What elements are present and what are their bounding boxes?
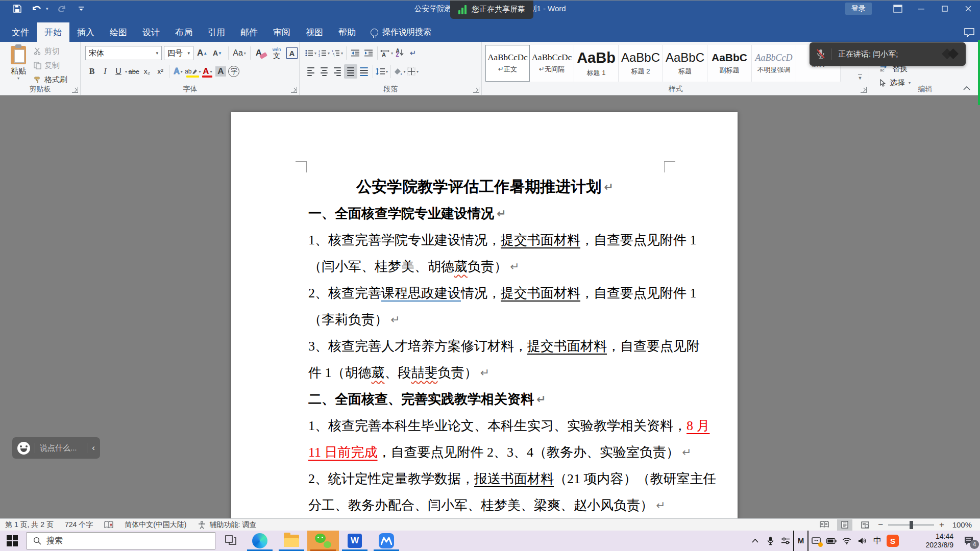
tray-input-indicator[interactable]: M [793, 531, 808, 551]
tab-home[interactable]: 开始 [37, 22, 69, 42]
text-effects-button[interactable]: A▾ [172, 64, 185, 79]
undo-icon[interactable] [31, 3, 43, 15]
taskbar-edge[interactable] [244, 531, 276, 551]
zoom-in-button[interactable]: + [939, 520, 944, 530]
redo-icon[interactable] [56, 3, 68, 15]
language-indicator[interactable]: 简体中文(中国大陆) [125, 520, 186, 530]
align-left-button[interactable] [304, 64, 317, 79]
shrink-font-button[interactable]: A▼ [211, 46, 224, 60]
asian-layout-button[interactable]: A▾ [380, 46, 393, 60]
bullet-list-button[interactable]: ▾ [304, 46, 317, 60]
accessibility-status[interactable]: 辅助功能: 调查 [210, 520, 257, 530]
read-mode-icon[interactable] [817, 519, 832, 531]
taskbar-meeting[interactable] [371, 531, 402, 551]
style-subtle-emphasis[interactable]: AaBbCcD 不明显强调 [752, 45, 796, 82]
clipboard-dialog-launcher-icon[interactable] [72, 87, 78, 93]
taskbar-clock[interactable]: 14:44 2023/8/9 [904, 532, 953, 549]
tab-draw[interactable]: 绘图 [102, 22, 135, 42]
tab-design[interactable]: 设计 [135, 22, 167, 42]
zoom-level[interactable]: 100% [949, 520, 972, 529]
tab-insert[interactable]: 插入 [69, 22, 102, 42]
tab-mailings[interactable]: 邮件 [233, 22, 265, 42]
print-layout-icon[interactable] [837, 519, 852, 531]
tab-file[interactable]: 文件 [4, 22, 37, 42]
undo-dropdown-icon[interactable]: ▾ [46, 6, 48, 11]
clear-formatting-button[interactable]: A [255, 46, 268, 60]
align-right-button[interactable] [331, 64, 344, 79]
sort-button[interactable]: AZ [393, 46, 406, 60]
change-case-button[interactable]: Aa▾ [233, 46, 246, 60]
style-no-spacing[interactable]: AaBbCcDc ↵无间隔 [530, 45, 574, 82]
grow-font-button[interactable]: A▲ [195, 46, 209, 60]
sogou-icon[interactable]: S [885, 531, 900, 551]
paste-button[interactable]: 粘贴 ▾ [5, 46, 32, 85]
cut-button[interactable]: 剪切 [34, 45, 67, 57]
style-heading2[interactable]: AaBbC 标题 2 [619, 45, 663, 82]
emoji-icon[interactable] [17, 442, 30, 455]
superscript-button[interactable]: x² [154, 64, 167, 79]
tray-volume-icon[interactable] [854, 531, 870, 551]
taskbar-explorer[interactable] [276, 531, 307, 551]
tab-view[interactable]: 视图 [298, 22, 331, 42]
tray-cast-icon[interactable] [808, 531, 824, 551]
style-subtitle[interactable]: AaBbC 副标题 [707, 45, 752, 82]
task-view-button[interactable] [218, 531, 243, 551]
increase-indent-button[interactable] [362, 46, 375, 60]
tray-expand-icon[interactable] [747, 531, 763, 551]
character-border-button[interactable]: A [285, 46, 299, 60]
style-heading1[interactable]: AaBb 标题 1 [574, 45, 619, 82]
zoom-slider-thumb[interactable] [910, 521, 913, 529]
zoom-slider[interactable] [888, 524, 934, 525]
copy-button[interactable]: 复制 [34, 59, 67, 71]
enclose-characters-button[interactable]: 字 [227, 64, 240, 79]
tab-references[interactable]: 引用 [200, 22, 233, 42]
phonetic-guide-button[interactable]: wén文 [270, 46, 283, 60]
font-color-button[interactable]: A▾ [201, 64, 214, 79]
ribbon-display-options-icon[interactable] [886, 0, 910, 17]
chat-input[interactable]: 说点什么... [40, 443, 82, 453]
styles-dialog-launcher-icon[interactable] [861, 87, 867, 93]
align-center-button[interactable] [317, 64, 331, 79]
taskbar-word[interactable]: W [339, 531, 371, 551]
start-button[interactable] [0, 531, 24, 551]
tab-layout[interactable]: 布局 [167, 22, 200, 42]
word-count[interactable]: 724 个字 [65, 520, 93, 530]
shading-button[interactable]: ▾ [393, 64, 406, 79]
font-dialog-launcher-icon[interactable] [291, 87, 297, 93]
style-normal[interactable]: AaBbCcDc ↵正文 [485, 45, 530, 82]
minimize-icon[interactable] [910, 0, 933, 17]
bold-button[interactable]: B [85, 64, 99, 79]
subscript-button[interactable]: x₂ [140, 64, 154, 79]
paragraph-dialog-launcher-icon[interactable] [473, 87, 479, 93]
decrease-indent-button[interactable] [349, 46, 362, 60]
collapse-chat-icon[interactable]: ‹ [92, 443, 95, 453]
strikethrough-button[interactable]: abc [127, 64, 140, 79]
distribute-button[interactable] [357, 64, 371, 79]
font-size-combo[interactable]: 四号▾ [164, 46, 193, 60]
page-indicator[interactable]: 第 1 页, 共 2 页 [5, 520, 54, 530]
close-icon[interactable] [957, 0, 980, 17]
character-shading-button[interactable]: A [214, 64, 227, 79]
sign-in-button[interactable]: 登录 [845, 3, 872, 15]
style-title[interactable]: AaBbC 标题 [663, 45, 707, 82]
format-painter-button[interactable]: 格式刷 [34, 73, 67, 86]
highlight-button[interactable]: ab▾ [185, 64, 201, 79]
proofing-icon[interactable] [104, 521, 113, 529]
tray-battery-icon[interactable] [824, 531, 839, 551]
web-layout-icon[interactable] [857, 519, 873, 531]
font-name-combo[interactable]: 宋体▾ [85, 46, 162, 60]
show-marks-button[interactable]: ↵ [406, 46, 420, 60]
tell-me-search[interactable]: 操作说明搜索 [363, 22, 438, 42]
customize-qat-icon[interactable] [75, 3, 87, 15]
tray-ime-language[interactable]: 中 [870, 531, 885, 551]
restore-icon[interactable] [933, 0, 957, 17]
tab-help[interactable]: 帮助 [331, 22, 363, 42]
taskbar-search[interactable]: 搜索 [27, 532, 215, 549]
taskbar-wechat[interactable] [307, 531, 339, 551]
tray-tune-icon[interactable] [778, 531, 793, 551]
zoom-out-button[interactable]: − [878, 520, 883, 530]
notification-center-button[interactable]: 4 [958, 531, 980, 551]
numbered-list-button[interactable]: 123▾ [317, 46, 331, 60]
line-spacing-button[interactable]: ▾ [375, 64, 388, 79]
tray-wifi-icon[interactable] [839, 531, 854, 551]
